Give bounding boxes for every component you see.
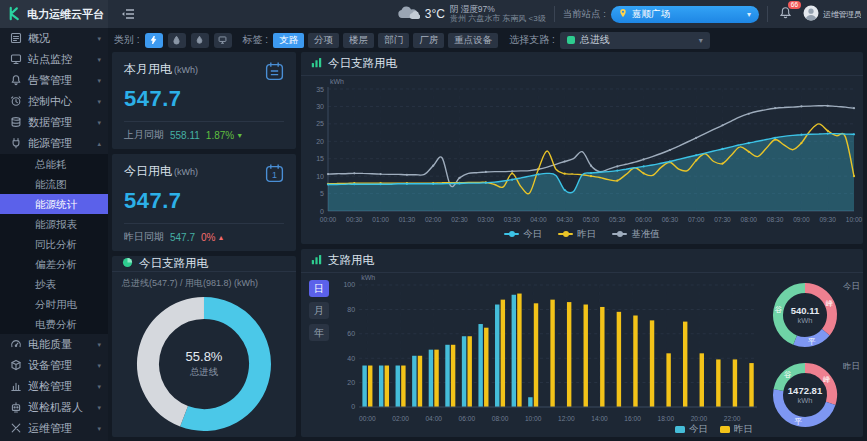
period-button-年[interactable]: 年: [309, 324, 329, 341]
submenu-item-抄表[interactable]: 抄表: [0, 274, 108, 294]
sidebar-item-能源管理[interactable]: 能源管理▴: [0, 133, 108, 154]
sidebar-item-label: 数据管理: [28, 115, 72, 130]
delta-arrow-icon: ▲: [217, 234, 224, 241]
bar-chart-legend[interactable]: 今日昨日: [675, 423, 753, 436]
branch-usage-bar-panel: 支路用电 日月年 020406080100kWh00:0002:0004:000…: [301, 249, 863, 437]
chevron-up-icon: ▴: [97, 140, 101, 148]
legend-item-今日[interactable]: 今日: [504, 228, 542, 241]
period-button-日[interactable]: 日: [309, 280, 329, 297]
legend-item-今日[interactable]: 今日: [675, 423, 708, 436]
submenu-item-能流图[interactable]: 能流图: [0, 174, 108, 194]
sidebar-item-巡检管理[interactable]: 巡检管理▾: [0, 376, 108, 397]
submenu-item-能源报表[interactable]: 能源报表: [0, 214, 108, 234]
sidebar-collapse-icon[interactable]: [121, 8, 135, 20]
branch-donut-chart[interactable]: 55.8% 总进线: [131, 291, 277, 437]
tag-button-部门[interactable]: 部门: [378, 33, 409, 48]
svg-text:10:00: 10:00: [846, 216, 863, 223]
robot-icon: [10, 401, 22, 415]
tou-donut-昨日[interactable]: 峰平谷1472.81kWh昨日: [764, 357, 860, 433]
legend-item-昨日[interactable]: 昨日: [558, 228, 596, 241]
bar-chart[interactable]: 020406080100kWh00:0002:0004:0006:0008:00…: [331, 273, 761, 429]
panel-title: 今日支路用电: [139, 256, 208, 271]
svg-text:03:00: 03:00: [478, 216, 495, 223]
sidebar-item-控制中心[interactable]: 控制中心▾: [0, 91, 108, 112]
tag-button-楼层[interactable]: 楼层: [343, 33, 374, 48]
svg-text:80: 80: [347, 306, 355, 313]
card-unit: (kWh): [174, 167, 198, 177]
sidebar-item-label: 运维管理: [28, 421, 72, 436]
tag-button-重点设备[interactable]: 重点设备: [448, 33, 498, 48]
chevron-down-icon: ▾: [97, 77, 101, 85]
tou-donut-今日[interactable]: 峰平谷540.11kWh今日: [764, 277, 860, 353]
category-button-electric[interactable]: [145, 33, 163, 48]
svg-text:07:00: 07:00: [688, 216, 705, 223]
branch-dropdown[interactable]: 总进线 ▾: [560, 32, 710, 49]
sidebar-item-站点监控[interactable]: 站点监控▾: [0, 49, 108, 70]
chevron-down-icon: ▾: [97, 119, 101, 127]
category-button-gas[interactable]: [191, 33, 209, 48]
cloud-icon: [396, 6, 420, 22]
bar-chart-icon: [311, 254, 322, 267]
submenu-能源管理: 总能耗能流图能源统计能源报表同比分析偏差分析抄表分时用电电费分析: [0, 154, 108, 334]
app-logo-icon: [7, 6, 22, 23]
legend-item-昨日[interactable]: 昨日: [720, 423, 753, 436]
sidebar-item-电能质量[interactable]: 电能质量▾: [0, 334, 108, 355]
user-menu[interactable]: 运维管理员A: [803, 5, 861, 23]
control-icon: [10, 95, 22, 109]
svg-text:0: 0: [351, 404, 355, 411]
line-chart[interactable]: 05101520253035kWh00:0000:3001:0001:3002:…: [301, 76, 863, 226]
station-label: 当前站点 :: [563, 8, 606, 21]
svg-text:20: 20: [347, 379, 355, 386]
svg-text:03:30: 03:30: [504, 216, 521, 223]
today-branch-line-panel: 今日支路用电 05101520253035kWh00:0000:3001:000…: [301, 52, 863, 244]
notifications-button[interactable]: 66: [776, 4, 795, 24]
submenu-item-分时用电[interactable]: 分时用电: [0, 294, 108, 314]
category-button-screen[interactable]: [214, 33, 232, 48]
svg-text:10: 10: [316, 173, 324, 180]
svg-text:平: 平: [808, 337, 816, 346]
energy-icon: [10, 137, 22, 151]
submenu-item-偏差分析[interactable]: 偏差分析: [0, 254, 108, 274]
svg-text:01:30: 01:30: [399, 216, 416, 223]
svg-text:22:00: 22:00: [724, 415, 741, 422]
sidebar-item-运维管理[interactable]: 运维管理▾: [0, 418, 108, 439]
svg-text:12:00: 12:00: [558, 415, 575, 422]
submenu-item-总能耗[interactable]: 总能耗: [0, 154, 108, 174]
sidebar-item-数据管理[interactable]: 数据管理▾: [0, 112, 108, 133]
tag-button-支路[interactable]: 支路: [273, 33, 304, 48]
sidebar-nav: 概况▾站点监控▾告警管理▾控制中心▾数据管理▾能源管理▴总能耗能流图能源统计能源…: [0, 28, 108, 441]
line-chart-legend[interactable]: 今日昨日基准值: [301, 226, 863, 242]
bar-chart-icon: [311, 57, 322, 70]
app-root: 电力运维云平台 3°C 阴 湿度97% 贵州 六盘水市 东南风 <3级 当前站点…: [0, 0, 867, 441]
sidebar-item-告警管理[interactable]: 告警管理▾: [0, 70, 108, 91]
sidebar-item-设备管理[interactable]: 设备管理▾: [0, 355, 108, 376]
submenu-item-同比分析[interactable]: 同比分析: [0, 234, 108, 254]
category-button-water[interactable]: [168, 33, 186, 48]
sidebar-item-概况[interactable]: 概况▾: [0, 28, 108, 49]
submenu-item-能源统计[interactable]: 能源统计: [0, 194, 108, 214]
delta-arrow-icon: ▼: [236, 132, 243, 139]
day-usage-value: 547.7: [124, 188, 284, 214]
chevron-down-icon: ▾: [97, 404, 101, 412]
droplet-icon: [172, 35, 181, 45]
submenu-item-电费分析[interactable]: 电费分析: [0, 314, 108, 334]
station-dropdown[interactable]: 嘉顺广场 ▾: [611, 6, 759, 23]
svg-text:05:30: 05:30: [609, 216, 626, 223]
svg-text:18:00: 18:00: [658, 415, 675, 422]
temperature: 3°C: [425, 7, 445, 21]
svg-text:10:00: 10:00: [525, 415, 542, 422]
tag-button-分项[interactable]: 分项: [308, 33, 339, 48]
ops-icon: [10, 422, 22, 436]
period-button-月[interactable]: 月: [309, 302, 329, 319]
tou-day-label: 昨日: [843, 361, 860, 373]
avatar: [803, 5, 819, 23]
tag-label: 标签 :: [243, 33, 269, 47]
pie-chart-icon: [122, 257, 133, 270]
svg-text:40: 40: [347, 355, 355, 362]
legend-item-基准值[interactable]: 基准值: [612, 228, 660, 241]
svg-text:35: 35: [316, 86, 324, 93]
tag-button-厂房[interactable]: 厂房: [413, 33, 444, 48]
chevron-down-icon: ▾: [97, 56, 101, 64]
svg-text:峰: 峰: [826, 299, 834, 308]
sidebar-item-巡检机器人[interactable]: 巡检机器人▾: [0, 397, 108, 418]
